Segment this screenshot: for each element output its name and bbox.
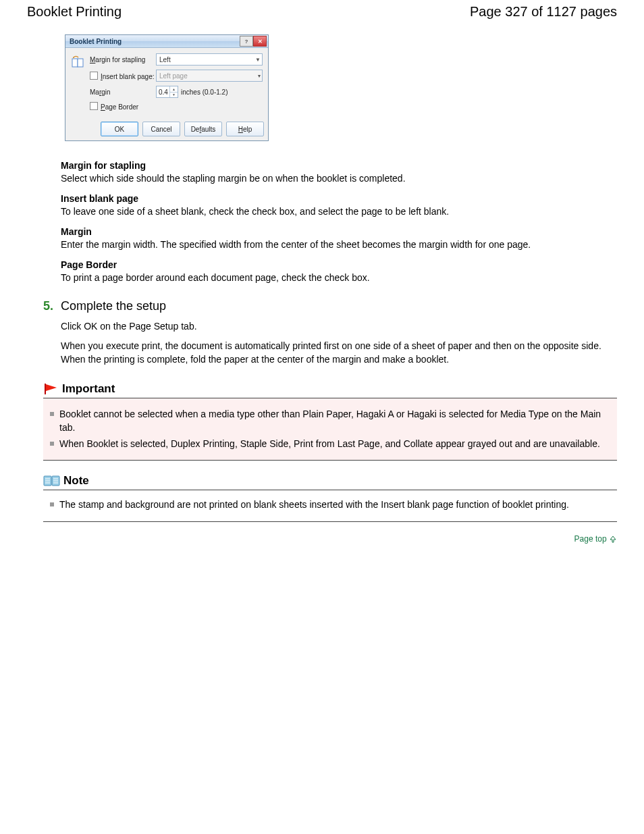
margin-for-stapling-combo[interactable]: Left▼	[156, 53, 263, 66]
list-item: When Booklet is selected, Duplex Printin…	[59, 438, 613, 451]
booklet-printing-dialog: Booklet Printing ? ✕ Margin for stapling…	[65, 34, 269, 141]
term-definition: Enter the margin width. The specified wi…	[61, 238, 617, 251]
list-item: Booklet cannot be selected when a media …	[59, 408, 613, 434]
important-heading: Important	[62, 382, 115, 396]
chevron-down-icon: ▾	[258, 73, 261, 79]
booklet-icon	[71, 55, 86, 70]
spinner-up-icon[interactable]: ▲	[170, 86, 178, 93]
chevron-down-icon: ▼	[255, 57, 261, 63]
cancel-button[interactable]: Cancel	[142, 122, 180, 136]
term-heading: Insert blank page	[61, 193, 617, 204]
step-title: Complete the setup	[61, 299, 166, 313]
term-heading: Margin	[61, 226, 617, 237]
margin-range-label: inches (0.0-1.2)	[181, 88, 227, 96]
step-text: When the printing is complete, fold the …	[61, 353, 617, 367]
arrow-up-icon	[609, 535, 617, 543]
margin-spinner[interactable]: 0.4 ▲▼	[156, 86, 178, 98]
window-help-button[interactable]: ?	[240, 36, 253, 47]
help-button[interactable]: Help	[226, 122, 264, 136]
page-border-checkbox[interactable]: Page Border	[90, 102, 263, 111]
term-definition: To print a page border around each docum…	[61, 271, 617, 284]
note-icon	[43, 475, 61, 487]
term-heading: Page Border	[61, 259, 617, 270]
svg-rect-3	[45, 384, 46, 394]
spinner-down-icon[interactable]: ▼	[170, 93, 178, 98]
insert-blank-page-checkbox[interactable]: Insert blank page:	[90, 72, 156, 80]
step-text: When you execute print, the document is …	[61, 340, 617, 353]
term-definition: To leave one side of a sheet blank, chec…	[61, 205, 617, 218]
term-heading: Margin for stapling	[61, 160, 617, 171]
window-close-button[interactable]: ✕	[253, 36, 267, 47]
svg-marker-4	[46, 384, 57, 391]
page-top-link[interactable]: Page top	[574, 534, 607, 544]
doc-title: Booklet Printing	[27, 4, 122, 20]
svg-rect-1	[78, 59, 83, 67]
page-counter: Page 327 of 1127 pages	[470, 4, 617, 20]
term-definition: Select which side should the stapling ma…	[61, 172, 617, 185]
note-heading: Note	[63, 474, 89, 488]
margin-for-stapling-label: Margin for stapling	[90, 56, 156, 63]
flag-icon	[43, 383, 59, 395]
svg-rect-0	[72, 59, 78, 67]
list-item: The stamp and background are not printed…	[59, 498, 613, 512]
step-number: 5.	[43, 299, 61, 313]
step-text: Click OK on the Page Setup tab.	[61, 320, 617, 334]
dialog-titlebar: Booklet Printing ? ✕	[65, 35, 268, 48]
ok-button[interactable]: OK	[101, 122, 138, 136]
dialog-title: Booklet Printing	[70, 38, 122, 45]
margin-label: Margin	[90, 88, 156, 96]
defaults-button[interactable]: Defaults	[184, 122, 222, 136]
insert-blank-page-combo: Left page▾	[156, 70, 263, 82]
